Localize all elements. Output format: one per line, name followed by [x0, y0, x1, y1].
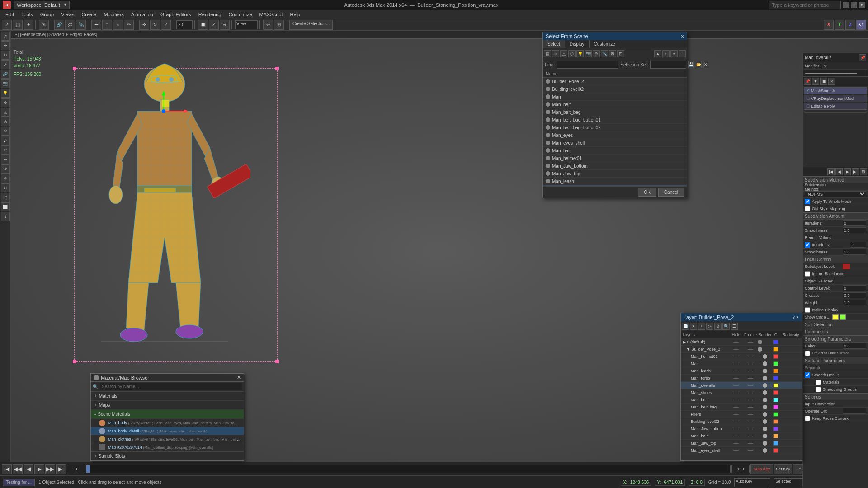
array-btn[interactable]: ⊞ — [274, 20, 284, 30]
material-title-bar[interactable]: Material/Map Browser ✕ — [91, 374, 244, 382]
layer-color-belt-bag[interactable] — [773, 405, 778, 409]
menu-edit[interactable]: Edit — [2, 11, 18, 18]
layer-color-builder[interactable] — [773, 347, 778, 352]
create-selection-btn[interactable]: Create Selection... — [289, 20, 333, 30]
menu-animation[interactable]: Animation — [127, 11, 157, 18]
iterations-input[interactable] — [843, 220, 866, 226]
modifier-item-vray[interactable]: ☐ VRayDisplacementMod — [804, 95, 867, 102]
next-key-btn[interactable]: ▶▶ — [45, 464, 55, 474]
maximize-button[interactable]: □ — [851, 2, 857, 8]
menu-customize[interactable]: Customize — [225, 11, 256, 18]
layers-add-selection-btn[interactable]: + — [698, 323, 705, 330]
layer-item-builder-pose[interactable]: ▼ Builder_Pose_2 ---- ---- — [681, 346, 802, 353]
select-by-name-btn[interactable]: ☰ — [91, 20, 101, 30]
left-btn-slice[interactable]: ✂ — [1, 145, 10, 155]
list-item-man-belt[interactable]: Man_belt — [543, 101, 687, 108]
list-item-man-eyes-shell[interactable]: Man_eyes_shell — [543, 139, 687, 147]
layer-item-torso[interactable]: Man_torso ---- ---- — [681, 375, 802, 382]
list-item-man-belt-bag-btn01[interactable]: Man_belt_bag_button01 — [543, 116, 687, 124]
prev-frame-btn[interactable]: |◀ — [2, 464, 12, 474]
layer-color-shoes[interactable] — [773, 390, 778, 395]
layer-item-belt-bag[interactable]: Man_belt_bag ---- ---- — [681, 404, 802, 411]
mod-nav-3[interactable]: ▶ — [844, 168, 851, 175]
play-backward-btn[interactable]: ◀ — [24, 464, 33, 474]
material-search-input[interactable] — [100, 383, 242, 390]
mod-pin-btn[interactable]: 📌 — [804, 78, 811, 85]
layer-color-overalls[interactable] — [773, 383, 778, 388]
menu-rendering[interactable]: Rendering — [195, 11, 225, 18]
sep-smoothing-cb[interactable] — [816, 387, 821, 392]
selection-dropdown[interactable]: Selected — [774, 478, 806, 487]
sep-materials-cb[interactable] — [816, 380, 821, 385]
layer-item-jaw-top[interactable]: Man_Jaw_top ---- ---- — [681, 440, 802, 447]
dlg-btn-1[interactable]: ▤ — [544, 50, 551, 57]
layer-color-jaw-top[interactable] — [773, 441, 778, 446]
weight-input[interactable] — [843, 300, 866, 305]
layer-color-man[interactable] — [773, 361, 778, 366]
axis-xy-btn[interactable]: XY — [856, 20, 866, 30]
layer-item-man[interactable]: Man ---- ---- — [681, 360, 802, 367]
layers-new-btn[interactable]: 📄 — [682, 323, 689, 330]
layer-item-pliers[interactable]: Pliers ---- ---- — [681, 411, 802, 418]
render-iterations-cb[interactable] — [805, 242, 810, 248]
apply-whole-mesh-cb[interactable] — [805, 199, 810, 204]
play-forward-btn[interactable]: ▶ — [34, 464, 44, 474]
layer-item-leash[interactable]: Man_leash ---- ---- — [681, 367, 802, 375]
layer-item-default[interactable]: ▶ 0 (default) ---- ---- — [681, 338, 802, 346]
dialog-tab-display[interactable]: Display — [565, 40, 590, 48]
layers-properties-btn[interactable]: ⚙ — [714, 323, 722, 330]
material-footer[interactable]: + Sample Slots — [91, 451, 244, 460]
menu-modifiers[interactable]: Modifiers — [100, 11, 127, 18]
dlg-btn-collapse[interactable]: - — [679, 50, 686, 57]
mod-nav-5[interactable]: ⊞ — [860, 168, 867, 175]
mat-item-3[interactable]: Map #2070297814 (Man_clothes_displace.pn… — [91, 443, 244, 451]
layer-item-hair[interactable]: Man_hair ---- ---- — [681, 432, 802, 440]
props-pin-btn[interactable]: 📌 — [859, 54, 866, 61]
render-iterations-input[interactable] — [850, 242, 866, 248]
bind-btn[interactable]: 📎 — [76, 20, 86, 30]
snap-toggle-btn[interactable]: 🔲 — [198, 20, 208, 30]
mat-item-0[interactable]: Man_body ( VRaySkinMtl ) [Man, Man_eyes,… — [91, 419, 244, 427]
mod-nav-4[interactable]: ▶| — [852, 168, 859, 175]
left-btn-systems[interactable]: ⚙ — [1, 127, 10, 136]
mod-show-end-btn[interactable]: ▼ — [812, 78, 819, 85]
move-btn[interactable]: ✛ — [139, 20, 149, 30]
layer-color-jaw-bottom[interactable] — [773, 427, 778, 431]
mat-item-2[interactable]: Man_clothes ( VRayMtl ) [Building level0… — [91, 435, 244, 443]
viewport-header[interactable]: [+] [Perspective] [Shaded + Edged Faces] — [11, 31, 868, 39]
left-btn-move[interactable]: ✛ — [1, 41, 10, 50]
menu-views[interactable]: Views — [57, 11, 78, 18]
layer-color-belt[interactable] — [773, 398, 778, 402]
dialog-close-btn[interactable]: ✕ — [680, 34, 684, 39]
dlg-btn-6[interactable]: 📷 — [585, 50, 592, 57]
layers-select-highlight-btn[interactable]: ◎ — [706, 323, 713, 330]
cancel-button[interactable]: Cancel — [658, 188, 684, 197]
select-region-btn[interactable]: ⬚ — [13, 20, 23, 30]
select-all-btn[interactable]: All — [39, 20, 49, 30]
sel-set-save[interactable]: 💾 — [688, 61, 694, 68]
menu-tools[interactable]: Tools — [18, 11, 37, 18]
link-btn[interactable]: 🔗 — [54, 20, 64, 30]
left-btn-scale[interactable]: ⤢ — [1, 60, 10, 69]
layer-color-leash[interactable] — [773, 369, 778, 373]
mod-delete-btn[interactable]: ✕ — [828, 78, 835, 85]
mod-nav-1[interactable]: |◀ — [827, 168, 835, 175]
list-item-man-belt-bag[interactable]: Man_belt_bag — [543, 108, 687, 116]
left-btn-link[interactable]: 🔗 — [1, 70, 10, 79]
mirror-btn[interactable]: ⇔ — [263, 20, 273, 30]
auto-key-btn[interactable]: Auto Key — [750, 464, 773, 474]
mod-checkbox-2[interactable]: ☐ — [806, 104, 810, 108]
cage-color-1[interactable] — [832, 314, 839, 320]
close-button[interactable]: ✕ — [859, 2, 865, 8]
current-frame-input[interactable] — [67, 465, 85, 473]
dlg-btn-4[interactable]: ⬡ — [568, 50, 576, 57]
layers-list[interactable]: ▶ 0 (default) ---- ---- ▼ Builder_Pose_2… — [681, 338, 802, 460]
select-tool-btn[interactable]: ↗ — [2, 20, 12, 30]
mod-checkbox[interactable]: ✓ — [806, 89, 810, 93]
dialog-title-bar[interactable]: Select From Scene ✕ — [543, 32, 687, 40]
dialog-tab-select[interactable]: Select — [543, 40, 565, 48]
list-item-builder-pose[interactable]: Builder_Pose_2 — [543, 78, 687, 85]
dlg-btn-5[interactable]: 💡 — [576, 50, 584, 57]
layer-color-pliers[interactable] — [773, 412, 778, 417]
sel-set-clear[interactable]: ✕ — [703, 61, 708, 68]
